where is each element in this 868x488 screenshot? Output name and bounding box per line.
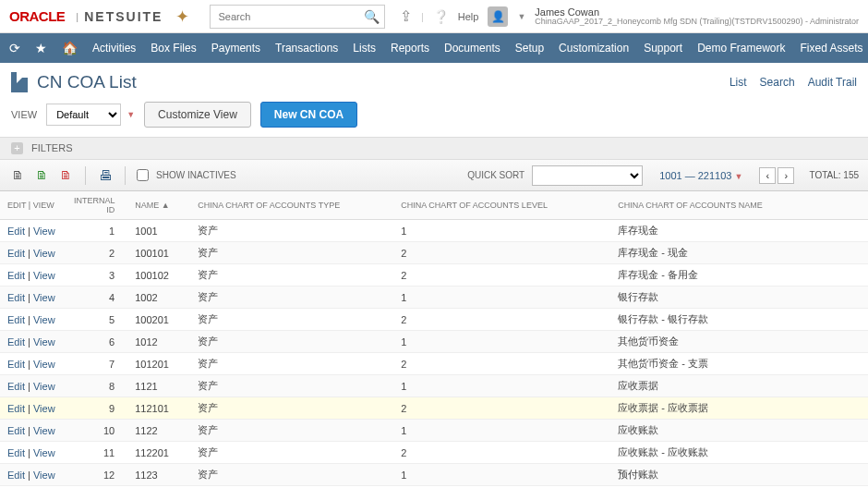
edit-link[interactable]: Edit: [7, 403, 25, 414]
next-page-icon[interactable]: ›: [778, 167, 794, 184]
avatar-icon[interactable]: 👤: [488, 6, 508, 27]
edit-link[interactable]: Edit: [7, 314, 25, 325]
header-link-list[interactable]: List: [729, 76, 747, 89]
nav-item[interactable]: Customization: [559, 42, 629, 55]
edit-link[interactable]: Edit: [7, 381, 25, 392]
table-row: Edit | View 9 112101 资产 2 应收票据 - 应收票据: [0, 397, 868, 420]
nav-item[interactable]: Lists: [353, 42, 376, 55]
nav-item[interactable]: Box Files: [151, 42, 196, 55]
edit-link[interactable]: Edit: [7, 248, 25, 259]
table-row: Edit | View 11 112201 资产 2 应收账款 - 应收账款: [0, 442, 868, 464]
cell-acct-name: 预付账款: [610, 464, 868, 486]
cell-type: 资产: [190, 309, 393, 331]
cell-name: 100101: [127, 242, 190, 264]
export-xls-icon[interactable]: 🗎: [33, 167, 50, 184]
nav-item[interactable]: Transactions: [275, 42, 338, 55]
view-link[interactable]: View: [33, 226, 55, 237]
col-type[interactable]: CHINA CHART OF ACCOUNTS TYPE: [190, 191, 393, 220]
main-nav: ⟳ ★ 🏠 ActivitiesBox FilesPaymentsTransac…: [0, 33, 868, 63]
view-link[interactable]: View: [33, 381, 55, 392]
print-icon[interactable]: 🖶: [97, 167, 114, 184]
star-icon[interactable]: ★: [35, 41, 47, 55]
edit-link[interactable]: Edit: [7, 359, 25, 370]
view-label: VIEW: [11, 109, 37, 120]
nav-item[interactable]: Activities: [92, 42, 136, 55]
view-link[interactable]: View: [33, 359, 55, 370]
view-link[interactable]: View: [33, 248, 55, 259]
user-block[interactable]: James Cowan ChinaGAAP_2017_2_Honeycomb M…: [535, 6, 859, 27]
nav-item[interactable]: Documents: [444, 42, 500, 55]
edit-link[interactable]: Edit: [7, 226, 25, 237]
show-inactives-checkbox[interactable]: [137, 169, 149, 181]
table-row: Edit | View 10 1122 资产 1 应收账款: [0, 420, 868, 442]
view-link[interactable]: View: [33, 470, 55, 481]
col-action[interactable]: EDIT | VIEW: [0, 191, 66, 220]
edit-link[interactable]: Edit: [7, 270, 25, 281]
edit-link[interactable]: Edit: [7, 292, 25, 303]
col-level[interactable]: CHINA CHART OF ACCOUNTS LEVEL: [393, 191, 610, 220]
edit-link[interactable]: Edit: [7, 336, 25, 348]
prev-page-icon[interactable]: ‹: [759, 167, 776, 184]
quick-sort-select[interactable]: [532, 165, 643, 186]
filters-label: FILTERS: [31, 142, 72, 153]
nav-item[interactable]: Payments: [211, 42, 260, 55]
customize-view-button[interactable]: Customize View: [144, 102, 251, 128]
user-role: ChinaGAAP_2017_2_Honeycomb Mfg SDN (Trai…: [535, 18, 859, 27]
range-dropdown[interactable]: 1001 — 221103 ▼: [659, 170, 742, 181]
view-link[interactable]: View: [33, 314, 55, 325]
cell-name: 1121: [127, 375, 190, 397]
divider: |: [421, 11, 424, 22]
new-cn-coa-button[interactable]: New CN COA: [260, 102, 357, 128]
home-icon[interactable]: 🏠: [62, 41, 78, 55]
nav-item[interactable]: Fixed Assets: [801, 42, 863, 55]
cell-acct-name: 库存现金 - 备用金: [610, 264, 868, 287]
edit-link[interactable]: Edit: [7, 470, 25, 481]
export-pdf-icon[interactable]: 🗎: [57, 167, 74, 184]
nav-item[interactable]: Demo Framework: [697, 42, 785, 55]
view-link[interactable]: View: [33, 336, 55, 348]
help-label[interactable]: Help: [458, 11, 479, 22]
view-select[interactable]: Default: [46, 104, 121, 126]
help-icon[interactable]: ❔: [433, 9, 449, 24]
cell-level: 2: [393, 309, 610, 331]
cell-type: 资产: [190, 287, 393, 309]
chevron-down-icon[interactable]: ▼: [517, 12, 525, 21]
cell-type: 资产: [190, 442, 393, 464]
nav-item[interactable]: Support: [644, 42, 682, 55]
edit-link[interactable]: Edit: [7, 425, 25, 436]
cell-level: 2: [393, 264, 610, 287]
cell-level: 1: [393, 464, 610, 486]
table-row: Edit | View 4 1002 资产 1 银行存款: [0, 287, 868, 309]
top-bar: ORACLE | NETSUITE ✦ 🔍 ⇪ | ❔ Help 👤 ▼ Jam…: [0, 0, 868, 33]
header-link-search[interactable]: Search: [760, 76, 795, 89]
cell-id: 2: [66, 242, 127, 264]
col-name[interactable]: NAME ▲: [127, 191, 190, 220]
header-link-audit-trail[interactable]: Audit Trail: [808, 76, 857, 89]
chevron-down-icon[interactable]: ▼: [127, 110, 135, 119]
view-link[interactable]: View: [33, 447, 55, 458]
cell-type: 资产: [190, 264, 393, 287]
nav-item[interactable]: Reports: [391, 42, 429, 55]
view-link[interactable]: View: [33, 425, 55, 436]
export-csv-icon[interactable]: 🗎: [9, 167, 26, 184]
cell-level: 1: [393, 375, 610, 397]
view-link[interactable]: View: [33, 270, 55, 281]
filters-bar[interactable]: + FILTERS: [0, 137, 868, 160]
search-input[interactable]: [210, 5, 385, 29]
nav-item[interactable]: Setup: [515, 42, 544, 55]
table-row: Edit | View 6 1012 资产 1 其他货币资金: [0, 331, 868, 353]
view-link[interactable]: View: [33, 292, 55, 303]
refresh-icon[interactable]: ⟳: [9, 41, 20, 55]
search-icon[interactable]: 🔍: [364, 9, 380, 24]
table-row: Edit | View 5 100201 资产 2 银行存款 - 银行存款: [0, 309, 868, 331]
col-internal-id[interactable]: INTERNAL ID: [66, 191, 127, 220]
col-acct-name[interactable]: CHINA CHART OF ACCOUNTS NAME: [610, 191, 868, 220]
view-link[interactable]: View: [33, 403, 55, 414]
cell-level: 2: [393, 353, 610, 375]
table-row: Edit | View 2 100101 资产 2 库存现金 - 现金: [0, 242, 868, 264]
expand-icon[interactable]: +: [11, 142, 23, 154]
edit-link[interactable]: Edit: [7, 447, 25, 458]
share-icon[interactable]: ⇪: [400, 7, 412, 25]
cell-id: 11: [66, 442, 127, 464]
cell-acct-name: 应收票据 - 应收票据: [610, 397, 868, 420]
